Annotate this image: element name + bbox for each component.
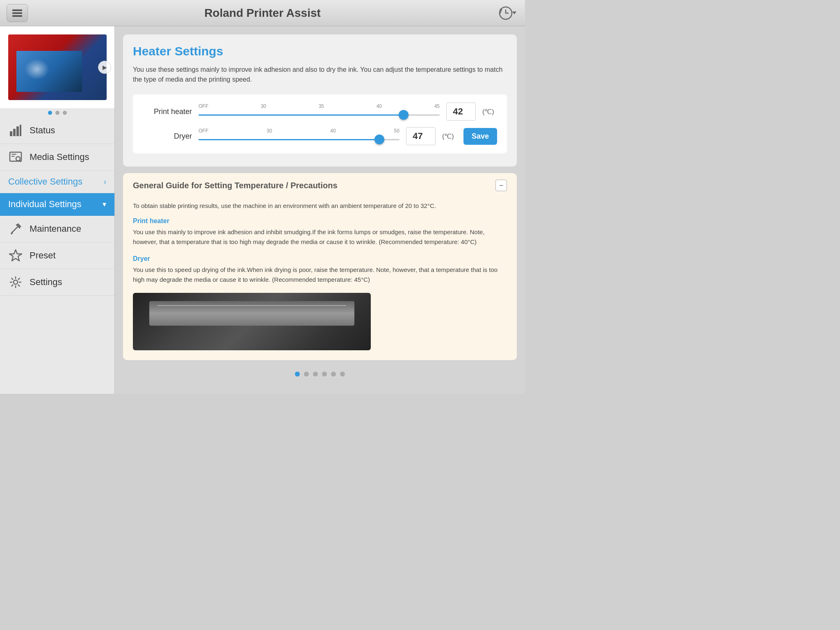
print-heater-track-area: OFF 30 35 40 45: [199, 103, 440, 120]
print-heater-track: [199, 114, 440, 116]
scale-off: OFF: [199, 103, 208, 109]
scale-40: 40: [330, 128, 336, 134]
status-icon: [8, 123, 23, 138]
media-settings-label: Media Settings: [30, 152, 89, 162]
sidebar-item-preset[interactable]: Preset: [0, 242, 114, 269]
dryer-subtitle: Dryer: [133, 255, 507, 262]
collective-settings-chevron: ›: [104, 178, 106, 186]
save-button[interactable]: Save: [463, 128, 497, 145]
sidebar-item-media-settings[interactable]: Media Settings: [0, 144, 114, 171]
sidebar-item-status[interactable]: Status: [0, 117, 114, 144]
image-dot-2: [55, 111, 59, 115]
pagination-dot-2[interactable]: [304, 372, 309, 377]
maintenance-icon: [8, 221, 23, 236]
svg-rect-1: [12, 12, 22, 14]
svg-rect-8: [16, 126, 19, 136]
pagination-dot-6[interactable]: [340, 372, 345, 377]
svg-rect-9: [20, 125, 21, 136]
dryer-thumb[interactable]: [374, 135, 384, 144]
general-guide-card: General Guide for Setting Temperature / …: [123, 173, 517, 360]
print-heater-row: Print heater OFF 30 35 40 45: [143, 103, 497, 121]
guide-collapse-button[interactable]: −: [495, 180, 507, 191]
history-button[interactable]: [497, 4, 518, 22]
collapse-icon: −: [499, 181, 504, 190]
slider-container: Print heater OFF 30 35 40 45: [133, 94, 507, 153]
sidebar-nav: Status Media Settings Collective Se: [0, 117, 114, 394]
print-heater-fill: [199, 114, 404, 116]
dryer-value-input[interactable]: [406, 127, 436, 145]
dryer-fill: [199, 139, 379, 140]
heater-settings-description: You use these settings mainly to improve…: [133, 65, 507, 84]
dryer-slider-wrapper[interactable]: [199, 135, 399, 144]
individual-settings-arrow: ▾: [103, 200, 106, 209]
collective-settings-label: Collective Settings: [8, 176, 82, 187]
pagination-dot-5[interactable]: [331, 372, 336, 377]
print-heater-thumb[interactable]: [399, 110, 409, 120]
sidebar-item-collective-settings[interactable]: Collective Settings ›: [0, 171, 114, 193]
pagination-dot-3[interactable]: [313, 372, 318, 377]
heater-settings-card: Heater Settings You use these settings m…: [123, 34, 517, 167]
print-heater-desc: You use this mainly to improve ink adhes…: [133, 227, 507, 247]
maintenance-label: Maintenance: [30, 224, 81, 234]
svg-rect-2: [12, 15, 22, 17]
svg-marker-15: [9, 250, 22, 261]
guide-header[interactable]: General Guide for Setting Temperature / …: [123, 173, 517, 198]
print-heater-section: Print heater You use this mainly to impr…: [133, 217, 507, 247]
dryer-track-area: OFF 30 40 50: [199, 128, 399, 144]
print-heater-slider-wrapper[interactable]: [199, 110, 440, 120]
individual-settings-label: Individual Settings: [8, 199, 82, 210]
image-dot-1: [48, 111, 52, 115]
scale-35: 35: [319, 103, 324, 109]
pagination-dot-1[interactable]: [295, 372, 300, 377]
ambient-temp-note: To obtain stable printing results, use t…: [133, 201, 507, 211]
preset-label: Preset: [30, 250, 56, 261]
status-label: Status: [30, 125, 55, 136]
svg-rect-6: [10, 131, 12, 136]
dryer-scale: OFF 30 40 50: [199, 128, 399, 134]
guide-title: General Guide for Setting Temperature / …: [133, 181, 338, 190]
printer-photo: [133, 293, 371, 350]
content-pagination: [123, 367, 517, 381]
print-heater-value-input[interactable]: [446, 103, 476, 121]
sidebar-item-settings[interactable]: Settings: [0, 269, 114, 296]
print-heater-label: Print heater: [143, 107, 192, 116]
printer-image-area: ▶: [0, 26, 114, 108]
dryer-track: [199, 139, 399, 140]
svg-rect-0: [12, 9, 22, 11]
sidebar-item-maintenance[interactable]: Maintenance: [0, 216, 114, 242]
image-next-button[interactable]: ▶: [98, 61, 111, 74]
scale-40: 40: [377, 103, 382, 109]
settings-label: Settings: [30, 277, 62, 288]
svg-point-16: [14, 280, 18, 284]
image-pagination: [0, 108, 114, 117]
dryer-row: Dryer OFF 30 40 50: [143, 127, 497, 145]
settings-icon: [8, 275, 23, 290]
main-container: ▶ Status: [0, 26, 525, 394]
guide-body: To obtain stable printing results, use t…: [123, 198, 517, 360]
dryer-label: Dryer: [143, 132, 192, 141]
scale-30: 30: [261, 103, 266, 109]
pagination-dot-4[interactable]: [322, 372, 327, 377]
print-heater-unit: (℃): [482, 108, 497, 116]
svg-rect-11: [11, 154, 16, 155]
heater-settings-title: Heater Settings: [133, 44, 507, 58]
back-button[interactable]: [7, 4, 28, 22]
app-title: Roland Printer Assist: [28, 7, 497, 20]
print-heater-subtitle: Print heater: [133, 217, 507, 225]
scale-45: 45: [434, 103, 440, 109]
svg-rect-12: [11, 156, 15, 157]
scale-50: 50: [394, 128, 399, 134]
dryer-desc: You use this to speed up drying of the i…: [133, 265, 507, 285]
preset-icon: [8, 248, 23, 263]
scale-30: 30: [267, 128, 272, 134]
printer-image-overlay: [16, 51, 82, 92]
dryer-unit: (℃): [442, 132, 457, 140]
content-area: Heater Settings You use these settings m…: [115, 26, 525, 394]
image-dot-3: [63, 111, 67, 115]
sidebar: ▶ Status: [0, 26, 115, 394]
app-header: Roland Printer Assist: [0, 0, 525, 26]
svg-marker-5: [512, 11, 516, 14]
media-settings-icon: [8, 150, 23, 164]
printer-thumbnail: [8, 34, 107, 100]
sidebar-item-individual-settings[interactable]: Individual Settings ▾: [0, 193, 114, 216]
